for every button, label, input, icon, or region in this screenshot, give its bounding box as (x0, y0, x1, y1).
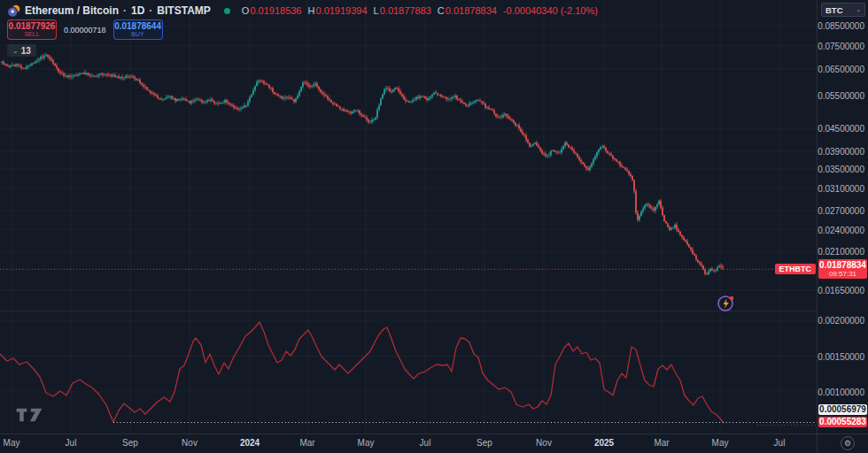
pair-logo-icon (7, 4, 20, 18)
time-tick-label: Jul (66, 438, 77, 448)
price-tick-label: 0.02100000 (818, 247, 864, 257)
ohlc-readout: O0.01918536 H0.01919394 L0.01877883 C0.0… (242, 5, 598, 16)
change-value: -0.00040340 (-2.10%) (503, 5, 598, 16)
hidden-items-count: 13 (21, 46, 31, 56)
axis-unit-label: BTC (825, 5, 843, 15)
buy-label: BUY (131, 31, 143, 37)
close-label: C (438, 5, 445, 16)
time-tick-label: Jul (774, 438, 786, 448)
buy-button[interactable]: 0.01878644 BUY (113, 19, 163, 40)
price-tick-label: 0.00200000 (818, 316, 864, 326)
market-open-dot-icon[interactable] (224, 8, 230, 14)
notification-dot-icon (730, 296, 734, 301)
time-tick-year-label: 2024 (240, 438, 260, 448)
tradingview-logo[interactable] (14, 407, 44, 423)
time-tick-label: Mar (654, 438, 669, 448)
time-tick-label: May (358, 438, 375, 448)
price-tick-label: 0.02400000 (818, 225, 864, 234)
buy-price: 0.01878644 (114, 22, 161, 32)
time-tick-label: Jul (420, 438, 431, 448)
sell-button[interactable]: 0.01877926 SELL (7, 19, 57, 40)
price-line-symbol-tag: ETHBTC (775, 264, 817, 274)
bar-countdown: 09:57:31 (818, 270, 867, 278)
indicator-value-label: 0.00056979 (818, 404, 867, 415)
price-tick-label: 0.03100000 (818, 183, 864, 193)
chevron-down-icon: ⌄ (856, 6, 861, 13)
symbol-name[interactable]: Ethereum / Bitcoin (25, 4, 119, 17)
sell-price: 0.01877926 (9, 22, 56, 32)
tradingview-chart-app: Ethereum / Bitcoin · 1D · BITSTAMP O0.01… (0, 0, 868, 453)
axis-unit-button[interactable]: BTC ⌄ (821, 3, 865, 17)
spread-value: 0.00000718 (64, 26, 106, 35)
legend-collapse-toggle[interactable]: ⌄ 13 (7, 44, 36, 57)
axis-settings-button[interactable]: ⚙ (841, 436, 855, 450)
price-tick-label: 0.01650000 (818, 286, 864, 296)
price-tick-label: 0.00150000 (818, 351, 864, 361)
time-tick-label: Sep (122, 438, 138, 448)
open-label: O (242, 5, 250, 16)
time-tick-label: Sep (477, 438, 492, 448)
chart-canvas[interactable] (0, 0, 868, 453)
price-tick-label: 0.03900000 (818, 147, 864, 157)
price-tick-label: 0.07500000 (818, 41, 864, 50)
trade-widget: 0.01877926 SELL 0.00000718 0.01878644 BU… (7, 19, 163, 40)
price-tick-label: 0.04500000 (818, 124, 864, 134)
exchange-name[interactable]: BITSTAMP (157, 4, 210, 17)
chevron-down-icon: ⌄ (12, 47, 19, 55)
time-tick-year-label: 2025 (594, 438, 614, 448)
separator: · (123, 4, 127, 17)
time-tick-label: May (4, 438, 20, 448)
price-tick-label: 0.08500000 (818, 21, 864, 31)
low-label: L (374, 5, 379, 16)
time-tick-label: Mar (299, 438, 314, 448)
time-tick-label: Nov (536, 438, 552, 448)
time-tick-label: Nov (182, 438, 198, 448)
symbol-legend: Ethereum / Bitcoin · 1D · BITSTAMP O0.01… (7, 4, 598, 18)
indicator-last-value-label: 0.00055283 (818, 417, 867, 427)
last-price-value: 0.01878834 (818, 260, 867, 270)
last-price-axis-label: 0.01878834 09:57:31 (818, 259, 867, 279)
price-tick-label: 0.05500000 (818, 91, 864, 101)
gear-icon: ⚙ (844, 440, 851, 448)
sell-label: SELL (24, 31, 39, 37)
separator: · (149, 4, 152, 17)
price-tick-label: 0.02700000 (818, 206, 864, 216)
price-tick-label: 0.00100000 (818, 388, 864, 397)
low-value: 0.01877883 (380, 5, 431, 16)
close-value: 0.01878834 (446, 5, 497, 16)
price-tick-label: 0.06500000 (818, 64, 864, 73)
lightning-icon (724, 299, 729, 308)
high-label: H (308, 5, 315, 16)
time-axis[interactable]: MayJulSepNov2024MarMayJulSepNov2025MarMa… (0, 434, 868, 453)
open-value: 0.01918536 (250, 5, 301, 16)
spark-lightning-button[interactable] (716, 293, 737, 314)
interval-button[interactable]: 1D (131, 4, 144, 17)
price-tick-label: 0.03500000 (818, 164, 864, 173)
high-value: 0.01919394 (315, 5, 367, 16)
time-tick-label: May (712, 438, 729, 448)
price-axis[interactable]: BTC ⌄ 0.01878834 09:57:31 0.00056979 0.0… (818, 0, 868, 434)
